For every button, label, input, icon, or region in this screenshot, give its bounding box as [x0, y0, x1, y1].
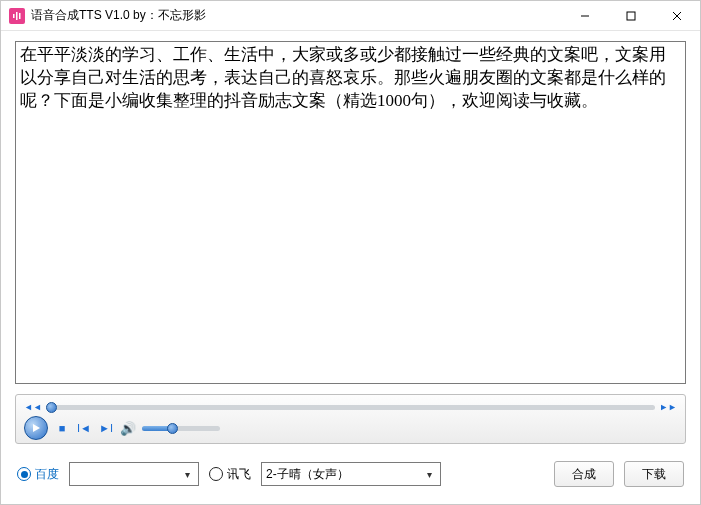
- svg-rect-4: [627, 12, 635, 20]
- synthesize-button[interactable]: 合成: [554, 461, 614, 487]
- prev-track-button[interactable]: І◄: [76, 422, 92, 434]
- app-window: 语音合成TTS V1.0 by：不忘形影 ◄◄ ►► ■ І◄: [0, 0, 701, 505]
- audio-player: ◄◄ ►► ■ І◄ ►І 🔊: [15, 394, 686, 444]
- volume-thumb[interactable]: [167, 423, 178, 434]
- download-button[interactable]: 下载: [624, 461, 684, 487]
- rewind-icon[interactable]: ◄◄: [24, 402, 42, 412]
- minimize-button[interactable]: [562, 1, 608, 30]
- text-input[interactable]: [15, 41, 686, 384]
- svg-marker-7: [33, 424, 40, 432]
- svg-rect-0: [13, 14, 15, 18]
- seek-slider[interactable]: [46, 405, 655, 410]
- maximize-button[interactable]: [608, 1, 654, 30]
- baidu-voice-combo[interactable]: ▾: [69, 462, 199, 486]
- window-title: 语音合成TTS V1.0 by：不忘形影: [31, 7, 206, 24]
- fastforward-icon[interactable]: ►►: [659, 402, 677, 412]
- xunfei-voice-value: 2-子晴（女声）: [266, 466, 422, 483]
- volume-slider[interactable]: [142, 426, 220, 431]
- seek-row: ◄◄ ►►: [24, 399, 677, 415]
- close-button[interactable]: [654, 1, 700, 30]
- svg-rect-2: [19, 13, 21, 19]
- bottom-controls: 百度 ▾ 讯飞 2-子晴（女声） ▾ 合成 下载: [15, 452, 686, 496]
- titlebar: 语音合成TTS V1.0 by：不忘形影: [1, 1, 700, 31]
- content-area: ◄◄ ►► ■ І◄ ►І 🔊: [1, 31, 700, 504]
- radio-icon: [17, 467, 31, 481]
- xunfei-voice-combo[interactable]: 2-子晴（女声） ▾: [261, 462, 441, 486]
- app-icon: [9, 8, 25, 24]
- engine-xunfei-label: 讯飞: [227, 466, 251, 483]
- engine-baidu-radio[interactable]: 百度: [17, 466, 59, 483]
- window-controls: [562, 1, 700, 30]
- next-track-button[interactable]: ►І: [98, 422, 114, 434]
- volume-icon[interactable]: 🔊: [120, 421, 136, 436]
- engine-baidu-label: 百度: [35, 466, 59, 483]
- radio-icon: [209, 467, 223, 481]
- controls-row: ■ І◄ ►І 🔊: [24, 415, 677, 441]
- seek-thumb[interactable]: [46, 402, 57, 413]
- play-button[interactable]: [24, 416, 48, 440]
- svg-rect-1: [16, 12, 18, 20]
- chevron-down-icon: ▾: [422, 469, 436, 480]
- chevron-down-icon: ▾: [180, 469, 194, 480]
- stop-button[interactable]: ■: [54, 422, 70, 434]
- engine-xunfei-radio[interactable]: 讯飞: [209, 466, 251, 483]
